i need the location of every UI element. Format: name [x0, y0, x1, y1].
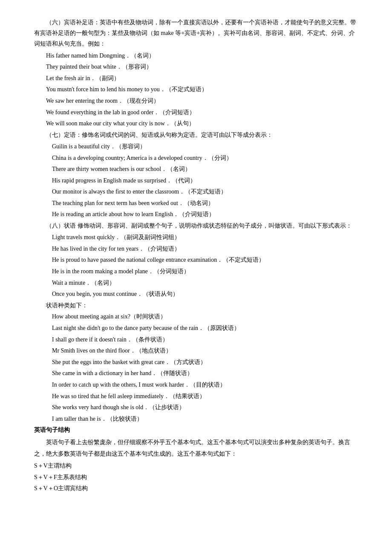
- example-line: Guilin is a beautiful city．（形容词）: [34, 141, 358, 153]
- example-line: Wait a minute．（名词）: [34, 278, 358, 289]
- section9-structures: S＋V主谓结构 S＋V＋F主系表结构 S＋V＋O主谓宾结构: [34, 460, 358, 494]
- example-line: His rapid progress in English made us su…: [34, 175, 358, 187]
- example-line: China is a developing country; America i…: [34, 153, 358, 164]
- example-line: Once you begin, you must continue．（状语从句）: [34, 289, 358, 300]
- example-line: We found everything in the lab in good o…: [34, 107, 358, 119]
- section7-header: （七）定语：修饰名词或代词的词、短语或从句称为定语。定语可由以下等成分表示：: [34, 130, 358, 140]
- example-line: We saw her entering the room．（现在分词）: [34, 95, 358, 107]
- structure-line: S＋V主谓结构: [34, 460, 358, 472]
- section9-title: 英语句子结构: [34, 425, 358, 436]
- example-line: He was so tired that he fell asleep imme…: [34, 391, 358, 402]
- section8-subtitle: 状语种类如下：: [34, 300, 358, 312]
- example-line: Let the fresh air in．（副词）: [34, 73, 358, 84]
- example-line: The teaching plan for next term has been…: [34, 198, 358, 209]
- example-line: Our monitor is always the first to enter…: [34, 186, 358, 198]
- example-line: How about meeting again at six?（时间状语）: [34, 311, 358, 323]
- example-line: Last night she didn't go to the dance pa…: [34, 323, 358, 334]
- section8-examples: Light travels most quickly．（副词及副词性词组） He…: [34, 232, 358, 300]
- example-line: I shall go there if it doesn't rain．（条件状…: [34, 334, 358, 346]
- example-line: They painted their boat white．（形容词）: [34, 61, 358, 73]
- section8-header: （八）状语 修饰动词、形容词、副词或整个句子，说明动作或状态特征的句子成分，叫做…: [34, 220, 358, 231]
- example-line: His father named him Dongming．（名词）: [34, 50, 358, 62]
- example-line: She put the eggs into the basket with gr…: [34, 357, 358, 368]
- example-line: He is reading an article about how to le…: [34, 209, 358, 220]
- example-line: He has lived in the city for ten years．（…: [34, 243, 358, 255]
- example-line: You mustn't force him to lend his money …: [34, 84, 358, 95]
- example-line: He is in the room making a model plane．（…: [34, 266, 358, 278]
- page-content: （六）宾语补足语：英语中有些及物动词，除有一个直接宾语以外，还要有一个宾语补语，…: [0, 0, 392, 512]
- example-line: We will soon make our city what your cit…: [34, 118, 358, 130]
- section7-examples: Guilin is a beautiful city．（形容词） China i…: [34, 141, 358, 220]
- section9-intro: 英语句子看上去纷繁庞杂，但仔细观察不外乎五个基本句式。这五个基本句式可以演变出多…: [34, 437, 358, 460]
- example-line: She came in with a dictionary in her han…: [34, 368, 358, 379]
- example-line: He is proud to have passed the national …: [34, 254, 358, 266]
- example-line: Mr Smith lives on the third floor．（地点状语）: [34, 345, 358, 357]
- section8-type-examples: How about meeting again at six?（时间状语） La…: [34, 311, 358, 425]
- example-line: Light travels most quickly．（副词及副词性词组）: [34, 232, 358, 243]
- section6-header: （六）宾语补足语：英语中有些及物动词，除有一个直接宾语以外，还要有一个宾语补语，…: [34, 17, 358, 49]
- example-line: She works very hard though she is old．（让…: [34, 402, 358, 413]
- structure-line: S＋V＋O主谓宾结构: [34, 483, 358, 494]
- example-line: There are thirty women teachers is our s…: [34, 164, 358, 175]
- example-line: I am taller than he is．（比较状语）: [34, 413, 358, 425]
- example-line: In order to catch up with the others, I …: [34, 379, 358, 391]
- structure-line: S＋V＋F主系表结构: [34, 472, 358, 483]
- section6-examples: His father named him Dongming．（名词） They …: [34, 50, 358, 130]
